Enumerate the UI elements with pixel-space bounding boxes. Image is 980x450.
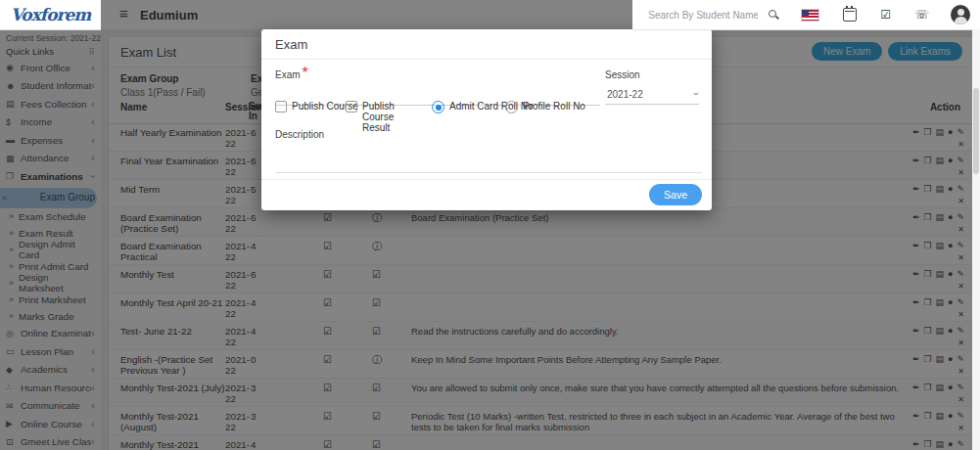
profile-roll-no-label: Profile Roll No [523, 101, 585, 112]
required-mark: * [303, 65, 308, 81]
modal-title-text: Exam [275, 37, 307, 52]
publish-course-checkbox[interactable] [275, 101, 287, 112]
scrollbar[interactable] [972, 29, 980, 450]
exam-field-label: Exam [275, 69, 301, 80]
modal-footer-divider [261, 179, 712, 180]
exam-field: Exam* [275, 65, 596, 106]
save-button[interactable]: Save [649, 184, 702, 205]
publish-course-result-checkbox[interactable] [346, 101, 357, 112]
logo-text: Voxforem [11, 5, 91, 24]
chevron-down-icon: ‹ [689, 92, 701, 96]
description-label: Description [275, 129, 324, 140]
session-field: Session 2021-22 ‹ [605, 65, 699, 105]
us-flag-icon[interactable] [801, 9, 819, 22]
modal-title: Exam [261, 29, 712, 60]
search-icon[interactable] [768, 9, 779, 21]
publish-course-result-label: Publish Course Result [362, 101, 419, 133]
avatar[interactable] [951, 5, 970, 24]
session-field-label: Session [605, 69, 640, 80]
app-root: ≡ Edumium Voxforem ☑ ☏ Current Session: … [0, 0, 980, 450]
logo[interactable]: Voxforem [0, 0, 101, 30]
calendar-icon[interactable] [843, 8, 857, 22]
tasks-icon[interactable]: ☑ [880, 9, 891, 21]
session-select-value: 2021-22 [607, 89, 643, 100]
profile-roll-no-radio[interactable] [505, 101, 518, 113]
description-input[interactable] [275, 141, 702, 173]
header-right: ☑ ☏ [632, 0, 980, 30]
exam-modal: Exam Exam* Session 2021-22 ‹ Publish Cou… [261, 29, 712, 210]
admit-card-roll-no-radio[interactable] [432, 101, 444, 113]
whatsapp-icon[interactable]: ☏ [914, 9, 929, 21]
search-input[interactable] [646, 9, 760, 22]
scrollbar-thumb[interactable] [973, 88, 979, 174]
profile-roll-no-option[interactable]: Profile Roll No [505, 101, 585, 113]
publish-course-result-option[interactable]: Publish Course Result [346, 101, 419, 133]
options-row: Publish Course Publish Course Result Adm… [275, 101, 698, 126]
